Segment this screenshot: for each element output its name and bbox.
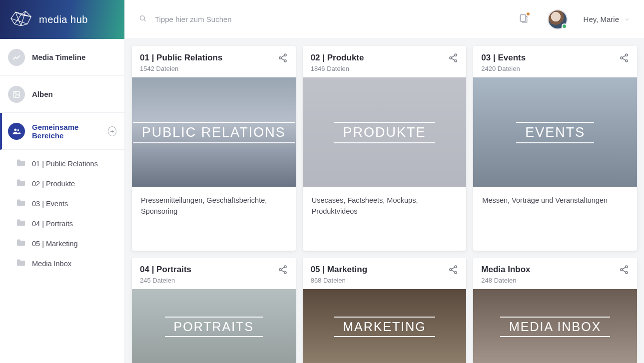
album-card[interactable]: Media Inbox 248 Dateien MEDIA INBOX [473, 258, 637, 363]
greeting-text: Hey, Marie [584, 15, 619, 23]
add-shared-icon[interactable]: ＋ [108, 126, 116, 136]
nav-label: Gemeinsame Bereiche [32, 123, 101, 140]
card-title: 05 | Marketing [311, 265, 367, 275]
album-card[interactable]: 02 | Produkte 1846 Dateien PRODUKTE Usec… [303, 46, 467, 251]
albums-icon [8, 86, 25, 103]
share-icon[interactable] [448, 265, 458, 277]
folder-label: Media Inbox [32, 260, 71, 268]
sidebar-folder-item[interactable]: 01 | Public Relations [0, 154, 124, 174]
logo-icon [10, 10, 32, 29]
folder-label: 01 | Public Relations [32, 160, 98, 168]
card-description: Pressemitteilungen, Geschäftsberichte, S… [132, 187, 296, 251]
folder-icon [16, 179, 26, 189]
card-file-count: 1542 Dateien [140, 65, 222, 72]
sidebar-folder-item[interactable]: 05 | Marketing [0, 234, 124, 254]
cover-overlay-text: MEDIA INBOX [500, 317, 611, 337]
card-title: 02 | Produkte [311, 53, 364, 63]
avatar[interactable] [537, 9, 568, 29]
album-card[interactable]: 01 | Public Relations 1542 Dateien PUBLI… [132, 46, 296, 251]
brand-title: media hub [39, 14, 88, 25]
people-icon [8, 123, 25, 140]
folder-icon [16, 239, 26, 249]
sidebar-folder-item[interactable]: 04 | Portraits [0, 214, 124, 234]
notifications-icon[interactable] [519, 13, 529, 25]
svg-point-2 [14, 128, 16, 131]
user-menu[interactable]: Hey, Marie [584, 15, 630, 23]
card-title: Media Inbox [481, 265, 530, 275]
svg-rect-0 [13, 91, 19, 97]
share-icon[interactable] [619, 53, 629, 65]
cover-overlay-text: PRODUKTE [334, 122, 435, 143]
folder-label: 02 | Produkte [32, 180, 75, 188]
card-file-count: 248 Dateien [481, 277, 530, 284]
card-description: Usecases, Factsheets, Mockups, Produktvi… [303, 187, 467, 251]
chevron-down-icon [624, 16, 630, 22]
sidebar: media hub Media Timeline Alben Gemeinsam… [0, 0, 125, 363]
album-card[interactable]: 03 | Events 2420 Dateien EVENTS Messen, … [473, 46, 637, 251]
folder-label: 04 | Portraits [32, 220, 73, 228]
search-input[interactable] [155, 15, 355, 23]
notification-dot [527, 12, 530, 15]
card-file-count: 868 Dateien [311, 277, 367, 284]
topbar: Hey, Marie [125, 0, 644, 39]
presence-dot [562, 23, 567, 29]
svg-point-1 [15, 92, 16, 94]
card-cover: PRODUKTE [303, 77, 467, 187]
cover-overlay-text: EVENTS [516, 122, 594, 143]
nav-albums[interactable]: Alben [0, 76, 124, 113]
folder-label: 05 | Marketing [32, 240, 78, 248]
card-cover: EVENTS [473, 77, 637, 187]
folder-icon [16, 199, 26, 209]
timeline-icon [8, 49, 25, 66]
cover-overlay-text: PORTRAITS [165, 317, 263, 337]
card-file-count: 2420 Dateien [481, 65, 526, 72]
cover-overlay-text: PUBLIC RELATIONS [133, 122, 295, 143]
nav-media-timeline[interactable]: Media Timeline [0, 39, 124, 76]
card-cover: PORTRAITS [132, 289, 296, 363]
brand-header: media hub [0, 0, 124, 39]
share-icon[interactable] [278, 53, 288, 65]
sidebar-folder-list: 01 | Public Relations 02 | Produkte 03 |… [0, 150, 124, 284]
share-icon[interactable] [278, 265, 288, 277]
cover-overlay-text: MARKETING [334, 317, 435, 337]
card-title: 04 | Portraits [140, 265, 191, 275]
svg-point-3 [17, 129, 19, 131]
sidebar-folder-item[interactable]: Media Inbox [0, 254, 124, 274]
svg-rect-5 [520, 14, 526, 21]
card-file-count: 1846 Dateien [311, 65, 364, 72]
card-cover: MEDIA INBOX [473, 289, 637, 363]
card-cover: PUBLIC RELATIONS [132, 77, 296, 187]
sidebar-folder-item[interactable]: 02 | Produkte [0, 174, 124, 194]
card-cover: MARKETING [303, 289, 467, 363]
sidebar-folder-item[interactable]: 03 | Events [0, 194, 124, 214]
folder-icon [16, 219, 26, 229]
svg-point-4 [140, 15, 145, 20]
card-title: 03 | Events [481, 53, 526, 63]
album-card[interactable]: 04 | Portraits 245 Dateien PORTRAITS [132, 258, 296, 363]
card-description: Messen, Vorträge und Veranstaltungen [473, 187, 637, 251]
album-card[interactable]: 05 | Marketing 868 Dateien MARKETING [303, 258, 467, 363]
nav-label: Media Timeline [32, 53, 85, 61]
content-area: 01 | Public Relations 1542 Dateien PUBLI… [125, 39, 644, 363]
card-file-count: 245 Dateien [140, 277, 191, 284]
share-icon[interactable] [619, 265, 629, 277]
share-icon[interactable] [448, 53, 458, 65]
card-title: 01 | Public Relations [140, 53, 222, 63]
folder-icon [16, 159, 26, 169]
nav-shared-areas[interactable]: Gemeinsame Bereiche ＋ [0, 113, 124, 150]
search-icon [139, 14, 147, 24]
folder-label: 03 | Events [32, 200, 68, 208]
nav-label: Alben [32, 90, 53, 98]
folder-icon [16, 259, 26, 269]
